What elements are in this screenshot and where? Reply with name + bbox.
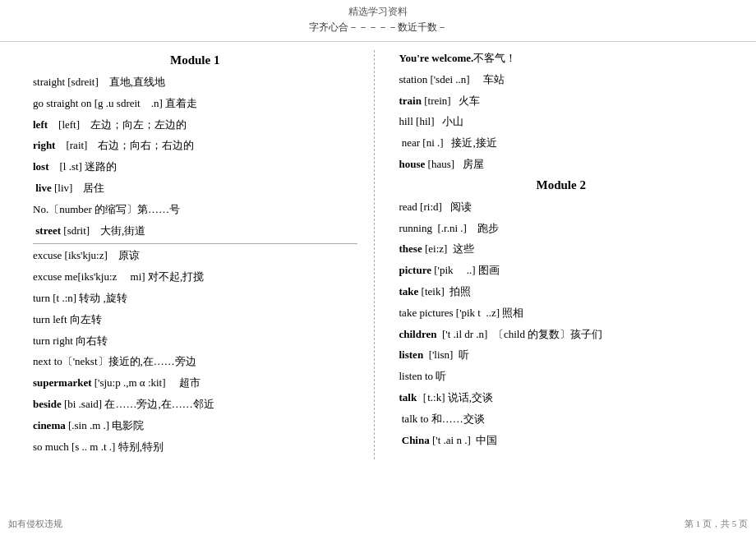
list-item: turn right 向右转: [33, 333, 357, 350]
left-column: Module 1 straight [sdreit] 直地,直线地 go str…: [33, 50, 375, 459]
sub-header: 字齐心合－－－－－数近千数－: [0, 21, 756, 42]
top-header: 精选学习资料: [0, 0, 756, 21]
list-item: children ['t .il dr .n] 〔child 的复数〕孩子们: [399, 326, 724, 344]
list-item: excuse me[iks'kju:z mi] 对不起,打搅: [33, 269, 357, 286]
list-item: supermarket ['sju:p .,m α :kit] 超市: [33, 375, 357, 392]
list-item: beside [bi .said] 在……旁边,在……邻近: [33, 396, 357, 413]
list-item: next to〔'nekst〕接近的,在……旁边: [33, 353, 357, 371]
list-item: street [sdrit] 大街,街道: [33, 223, 357, 240]
list-item: listen to 听: [399, 368, 724, 385]
list-item: No.〔number 的缩写〕第……号: [33, 201, 357, 219]
list-item: take [teik] 拍照: [399, 284, 724, 301]
list-item: talk to 和……交谈: [399, 411, 724, 428]
list-item: straight [sdreit] 直地,直线地: [33, 74, 357, 91]
list-item: China ['t .ai n .] 中国: [399, 432, 724, 450]
module2-title: Module 2: [399, 178, 724, 192]
list-item: running [.r.ni .] 跑步: [399, 220, 724, 238]
list-item: lost [l .st] 迷路的: [33, 159, 357, 176]
list-item: cinema [.sin .m .] 电影院: [33, 417, 357, 435]
right-column: You're welcome.不客气！ station ['sdei ..n] …: [375, 50, 724, 459]
list-item: talk［t.:k] 说话,交谈: [399, 390, 724, 407]
list-item: picture ['pik ..] 图画: [399, 262, 724, 279]
list-item: listen ['lisn] 听: [399, 347, 724, 364]
footer-right: 第 1 页，共 5 页: [685, 518, 748, 530]
list-item: left [left] 左边；向左；左边的: [33, 117, 357, 134]
module1-title: Module 1: [33, 53, 357, 67]
list-item: near [ni .] 接近,接近: [399, 135, 724, 152]
list-item: take pictures ['pik t ..z] 照相: [399, 305, 724, 322]
list-item: live [liv] 居住: [33, 180, 357, 197]
list-item: turn [t .:n] 转动 ,旋转: [33, 290, 357, 307]
list-item: You're welcome.不客气！: [399, 50, 724, 67]
list-item: hill [hil] 小山: [399, 113, 724, 131]
main-content: Module 1 straight [sdreit] 直地,直线地 go str…: [0, 42, 756, 468]
list-item: right [rait] 右边；向右；右边的: [33, 137, 357, 155]
list-item: excuse [iks'kju:z] 原谅: [33, 247, 357, 265]
divider: [33, 243, 357, 244]
list-item: read [ri:d] 阅读: [399, 199, 724, 216]
list-item: go straight on [g .u sdreit .n] 直着走: [33, 95, 357, 113]
list-item: house [haus] 房屋: [399, 156, 724, 173]
list-item: so much [s .. m .t .] 特别,特别: [33, 439, 357, 456]
list-item: station ['sdei ..n] 车站: [399, 71, 724, 89]
list-item: turn left 向左转: [33, 311, 357, 329]
list-item: these [ei:z] 这些: [399, 241, 724, 258]
footer-left: 如有侵权违规: [8, 518, 62, 530]
list-item: train [trein] 火车: [399, 93, 724, 110]
